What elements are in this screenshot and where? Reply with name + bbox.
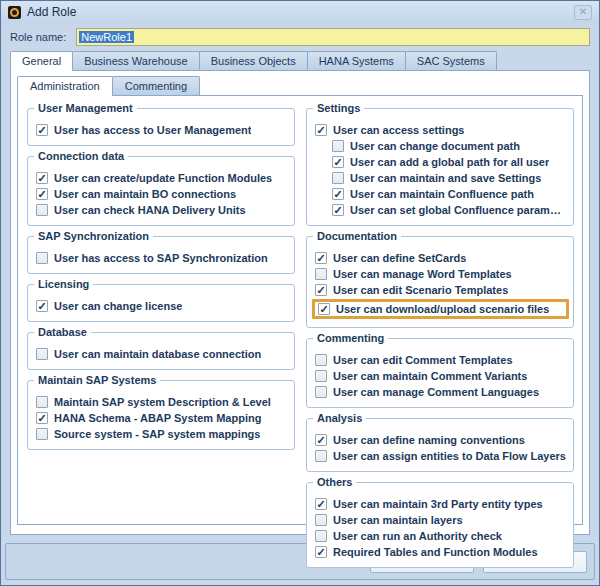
- group-user-management: User Management✓User has access to User …: [27, 108, 295, 146]
- checkbox-row-user-can-edit-comment-templates[interactable]: User can edit Comment Templates: [315, 353, 567, 367]
- checkbox-label: Required Tables and Function Modules: [333, 546, 538, 558]
- checkbox-row-user-can-set-global-confluence-parameters-for-all-users[interactable]: ✓User can set global Confluence paramete…: [332, 203, 567, 217]
- checkbox-unchecked-icon[interactable]: [315, 268, 327, 280]
- tab-general[interactable]: General: [10, 51, 73, 71]
- checkbox-checked-icon[interactable]: ✓: [36, 172, 48, 184]
- checkbox-row-user-can-access-settings[interactable]: ✓User can access settings: [315, 123, 567, 137]
- group-database: DatabaseUser can maintain database conne…: [27, 332, 295, 370]
- group-title: Analysis: [313, 412, 366, 424]
- checkbox-label: User can set global Confluence parameter…: [350, 204, 567, 216]
- checkbox-row-user-can-maintain-confluence-path[interactable]: ✓User can maintain Confluence path: [332, 187, 567, 201]
- checkbox-row-user-can-run-an-authority-check[interactable]: User can run an Authority check: [315, 529, 567, 543]
- window-title: Add Role: [27, 5, 76, 19]
- checkbox-checked-icon[interactable]: ✓: [315, 252, 327, 264]
- group-title: Documentation: [313, 230, 401, 242]
- checkbox-row-user-can-assign-entities-to-data-flow-layers[interactable]: User can assign entities to Data Flow La…: [315, 449, 567, 463]
- checkbox-checked-icon[interactable]: ✓: [332, 188, 344, 200]
- checkbox-unchecked-icon[interactable]: [315, 370, 327, 382]
- add-role-dialog: Add Role ✕ Role name: NewRole1 GeneralBu…: [0, 0, 600, 586]
- group-sap-synchronization: SAP SynchronizationUser has access to SA…: [27, 236, 295, 274]
- checkbox-checked-icon[interactable]: ✓: [315, 124, 327, 136]
- checkbox-unchecked-icon[interactable]: [36, 396, 48, 408]
- subtab-administration[interactable]: Administration: [17, 76, 113, 96]
- checkbox-label: Maintain SAP system Description & Level: [54, 396, 271, 408]
- subtab-commenting[interactable]: Commenting: [112, 76, 200, 95]
- checkbox-checked-icon[interactable]: ✓: [36, 412, 48, 424]
- role-name-label: Role name:: [10, 31, 66, 43]
- checkbox-row-user-can-manage-word-templates[interactable]: User can manage Word Templates: [315, 267, 567, 281]
- checkbox-row-user-can-check-hana-delivery-units[interactable]: User can check HANA Delivery Units: [36, 203, 288, 217]
- checkbox-row-maintain-sap-system-description-level[interactable]: Maintain SAP system Description & Level: [36, 395, 288, 409]
- checkbox-label: User can maintain 3rd Party entity types: [333, 498, 543, 510]
- group-title: User Management: [34, 102, 137, 114]
- checkbox-label: HANA Schema - ABAP System Mapping: [54, 412, 261, 424]
- checkbox-label: User can define SetCards: [333, 252, 466, 264]
- checkbox-checked-icon[interactable]: ✓: [315, 434, 327, 446]
- tab-sac-systems[interactable]: SAC Systems: [405, 51, 497, 70]
- checkbox-unchecked-icon[interactable]: [36, 348, 48, 360]
- checkbox-row-user-can-create-update-function-modules[interactable]: ✓User can create/update Function Modules: [36, 171, 288, 185]
- group-title: Maintain SAP Systems: [34, 374, 160, 386]
- checkbox-unchecked-icon[interactable]: [315, 530, 327, 542]
- checkbox-row-source-system-sap-system-mappings[interactable]: Source system - SAP system mappings: [36, 427, 288, 441]
- role-name-row: Role name: NewRole1: [10, 27, 590, 47]
- checkbox-checked-icon[interactable]: ✓: [332, 156, 344, 168]
- tab-hana-systems[interactable]: HANA Systems: [307, 51, 406, 70]
- group-title: Settings: [313, 102, 364, 114]
- main-tabs: GeneralBusiness WarehouseBusiness Object…: [10, 51, 599, 70]
- checkbox-unchecked-icon[interactable]: [332, 172, 344, 184]
- checkbox-row-user-can-maintain-layers[interactable]: User can maintain layers: [315, 513, 567, 527]
- checkbox-unchecked-icon[interactable]: [315, 450, 327, 462]
- checkbox-row-user-can-maintain-and-save-settings[interactable]: User can maintain and save Settings: [332, 171, 567, 185]
- checkbox-row-user-can-define-setcards[interactable]: ✓User can define SetCards: [315, 251, 567, 265]
- checkbox-label: User can run an Authority check: [333, 530, 502, 542]
- checkbox-checked-icon[interactable]: ✓: [315, 498, 327, 510]
- checkbox-unchecked-icon[interactable]: [36, 252, 48, 264]
- checkbox-label: User can define naming conventions: [333, 434, 525, 446]
- checkbox-label: User can edit Scenario Templates: [333, 284, 508, 296]
- tab-business-objects[interactable]: Business Objects: [199, 51, 308, 70]
- checkbox-row-user-can-edit-scenario-templates[interactable]: ✓User can edit Scenario Templates: [315, 283, 567, 297]
- checkbox-row-user-can-maintain-database-connection[interactable]: User can maintain database connection: [36, 347, 288, 361]
- checkbox-checked-icon[interactable]: ✓: [36, 188, 48, 200]
- checkbox-checked-icon[interactable]: ✓: [332, 204, 344, 216]
- group-title: Others: [313, 476, 356, 488]
- checkbox-label: User can check HANA Delivery Units: [54, 204, 246, 216]
- checkbox-columns: User Management✓User has access to User …: [27, 108, 574, 524]
- administration-tab-panel: User Management✓User has access to User …: [17, 95, 583, 525]
- checkbox-row-user-can-manage-comment-languages[interactable]: User can manage Comment Languages: [315, 385, 567, 399]
- checkbox-unchecked-icon[interactable]: [315, 514, 327, 526]
- checkbox-unchecked-icon[interactable]: [36, 204, 48, 216]
- checkbox-label: User can change document path: [350, 140, 520, 152]
- checkbox-row-user-can-download-upload-scenario-files[interactable]: ✓User can download/upload scenario files: [312, 299, 569, 319]
- checkbox-checked-icon[interactable]: ✓: [315, 284, 327, 296]
- checkbox-row-user-can-add-a-global-path-for-all-user[interactable]: ✓User can add a global path for all user: [332, 155, 567, 169]
- checkbox-checked-icon[interactable]: ✓: [36, 124, 48, 136]
- checkbox-row-hana-schema-abap-system-mapping[interactable]: ✓HANA Schema - ABAP System Mapping: [36, 411, 288, 425]
- group-maintain-sap-systems: Maintain SAP SystemsMaintain SAP system …: [27, 380, 295, 450]
- checkbox-row-user-has-access-to-user-management[interactable]: ✓User has access to User Management: [36, 123, 288, 137]
- checkbox-unchecked-icon[interactable]: [36, 428, 48, 440]
- checkbox-row-user-can-maintain-3rd-party-entity-types[interactable]: ✓User can maintain 3rd Party entity type…: [315, 497, 567, 511]
- role-name-input[interactable]: NewRole1: [76, 28, 590, 46]
- checkbox-row-user-can-maintain-comment-variants[interactable]: User can maintain Comment Variants: [315, 369, 567, 383]
- checkbox-row-user-can-maintain-bo-connections[interactable]: ✓User can maintain BO connections: [36, 187, 288, 201]
- checkbox-checked-icon[interactable]: ✓: [36, 300, 48, 312]
- checkbox-row-user-can-define-naming-conventions[interactable]: ✓User can define naming conventions: [315, 433, 567, 447]
- checkbox-unchecked-icon[interactable]: [315, 354, 327, 366]
- checkbox-checked-icon[interactable]: ✓: [315, 546, 327, 558]
- checkbox-row-user-can-change-document-path[interactable]: User can change document path: [332, 139, 567, 153]
- checkbox-label: User can download/upload scenario files: [336, 303, 549, 315]
- tab-business-warehouse[interactable]: Business Warehouse: [72, 51, 200, 70]
- checkbox-label: User can add a global path for all user: [350, 156, 549, 168]
- checkbox-unchecked-icon[interactable]: [332, 140, 344, 152]
- checkbox-unchecked-icon[interactable]: [315, 386, 327, 398]
- checkbox-label: User can change license: [54, 300, 182, 312]
- close-button[interactable]: ✕: [574, 5, 592, 20]
- checkbox-row-required-tables-and-function-modules[interactable]: ✓Required Tables and Function Modules: [315, 545, 567, 559]
- checkbox-checked-icon[interactable]: ✓: [318, 303, 330, 315]
- role-name-value: NewRole1: [79, 31, 134, 43]
- title-bar[interactable]: Add Role ✕: [1, 1, 599, 23]
- checkbox-row-user-can-change-license[interactable]: ✓User can change license: [36, 299, 288, 313]
- checkbox-row-user-has-access-to-sap-synchronization[interactable]: User has access to SAP Synchronization: [36, 251, 288, 265]
